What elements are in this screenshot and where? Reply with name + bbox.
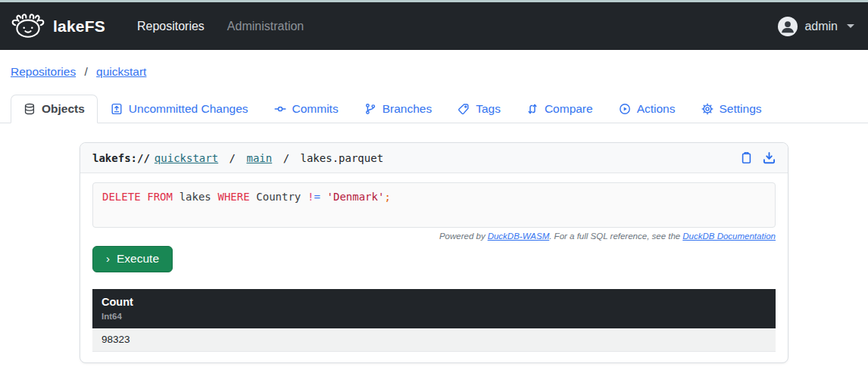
tab-label: Tags bbox=[476, 102, 501, 116]
path-filename: lakes.parquet bbox=[301, 152, 384, 164]
sql-semicolon: ; bbox=[384, 191, 390, 203]
tab-label: Objects bbox=[42, 102, 85, 116]
query-results-table: Count Int64 98323 bbox=[92, 289, 776, 352]
breadcrumb-separator: / bbox=[84, 65, 87, 78]
branch-icon bbox=[364, 103, 376, 115]
database-icon bbox=[23, 103, 36, 115]
sql-table-name: lakes bbox=[180, 191, 211, 203]
path-repo-link[interactable]: quickstart bbox=[155, 152, 218, 164]
object-viewer-card: lakefs://quickstart / main / lakes.parqu… bbox=[80, 142, 788, 363]
chevron-right-icon: › bbox=[106, 253, 110, 264]
tab-commits[interactable]: Commits bbox=[261, 95, 351, 123]
tab-branches[interactable]: Branches bbox=[351, 95, 445, 123]
path-separator: / bbox=[229, 152, 236, 164]
sql-column-name: Country bbox=[256, 191, 301, 203]
tag-icon bbox=[457, 103, 470, 115]
duckdb-wasm-link[interactable]: DuckDB-WASM bbox=[488, 232, 550, 241]
execute-button[interactable]: › Execute bbox=[92, 246, 173, 272]
sql-keyword: FROM bbox=[147, 191, 173, 203]
avatar bbox=[778, 17, 798, 36]
brand-name: lakeFS bbox=[53, 17, 105, 36]
results-header: Count Int64 bbox=[92, 289, 776, 328]
path-separator: / bbox=[283, 152, 289, 164]
tab-tags[interactable]: Tags bbox=[445, 95, 514, 123]
tab-label: Settings bbox=[720, 102, 762, 116]
sql-keyword: DELETE bbox=[102, 191, 141, 203]
breadcrumb: Repositories / quickstart bbox=[0, 50, 868, 79]
path-scheme: lakefs:// bbox=[92, 152, 150, 164]
tab-label: Branches bbox=[382, 102, 432, 116]
sql-string-literal: 'Denmark' bbox=[327, 191, 385, 203]
powered-by-note: Powered byDuckDB-WASM. For a full SQL re… bbox=[92, 232, 776, 241]
sql-keyword: WHERE bbox=[217, 191, 249, 203]
tab-objects[interactable]: Objects bbox=[11, 95, 98, 123]
object-path: lakefs://quickstart / main / lakes.parqu… bbox=[92, 152, 383, 164]
tab-label: Compare bbox=[545, 102, 593, 116]
download-icon[interactable] bbox=[763, 151, 776, 164]
breadcrumb-quickstart[interactable]: quickstart bbox=[96, 65, 146, 78]
table-row: 98323 bbox=[92, 328, 776, 352]
copy-path-icon[interactable] bbox=[740, 151, 753, 164]
tab-label: Actions bbox=[637, 102, 676, 116]
commit-icon bbox=[274, 103, 286, 115]
column-type: Int64 bbox=[101, 312, 767, 321]
play-circle-icon bbox=[619, 103, 631, 115]
powered-middle: . For a full SQL reference, see the bbox=[549, 232, 680, 241]
gear-icon bbox=[701, 103, 713, 115]
tab-actions[interactable]: Actions bbox=[606, 95, 688, 123]
tab-compare[interactable]: Compare bbox=[514, 95, 606, 123]
compare-icon bbox=[526, 103, 539, 115]
duckdb-docs-link[interactable]: DuckDB Documentation bbox=[682, 232, 776, 241]
chevron-down-icon bbox=[847, 24, 854, 28]
nav-link-repositories[interactable]: Repositories bbox=[137, 20, 205, 33]
powered-prefix: Powered by bbox=[439, 232, 486, 241]
object-actions bbox=[740, 151, 776, 164]
top-navbar: lakeFS Repositories Administration admin bbox=[0, 2, 868, 50]
path-branch-link[interactable]: main bbox=[246, 152, 272, 164]
repository-tabs: Objects Uncommitted Changes Commits bbox=[0, 95, 868, 123]
tab-label: Uncommitted Changes bbox=[129, 102, 248, 116]
sql-editor[interactable]: DELETEFROMlakesWHERECountry!='Denmark'; bbox=[92, 182, 776, 228]
breadcrumb-repositories[interactable]: Repositories bbox=[11, 65, 76, 78]
navbar-links: Repositories Administration bbox=[137, 20, 304, 33]
tab-settings[interactable]: Settings bbox=[688, 95, 775, 123]
nav-link-administration[interactable]: Administration bbox=[227, 20, 304, 33]
execute-label: Execute bbox=[117, 252, 159, 266]
user-name: admin bbox=[804, 20, 838, 33]
tab-uncommitted-changes[interactable]: Uncommitted Changes bbox=[98, 95, 261, 123]
user-menu[interactable]: admin bbox=[778, 17, 854, 36]
tab-label: Commits bbox=[292, 102, 339, 116]
object-path-bar: lakefs://quickstart / main / lakes.parqu… bbox=[80, 143, 788, 173]
axolotl-logo-icon bbox=[11, 12, 45, 41]
column-name: Count bbox=[101, 296, 767, 308]
file-diff-icon bbox=[111, 103, 123, 115]
lakefs-brand[interactable]: lakeFS bbox=[11, 12, 105, 41]
sql-operator: = bbox=[314, 191, 320, 203]
duckdb-pane: DELETEFROMlakesWHERECountry!='Denmark'; … bbox=[80, 173, 788, 362]
